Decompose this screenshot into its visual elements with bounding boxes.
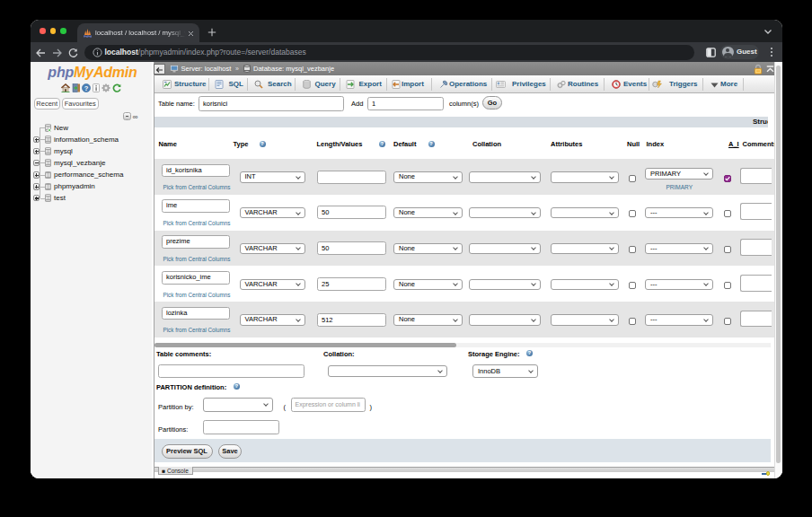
svg-text:?: ? [84,84,88,92]
